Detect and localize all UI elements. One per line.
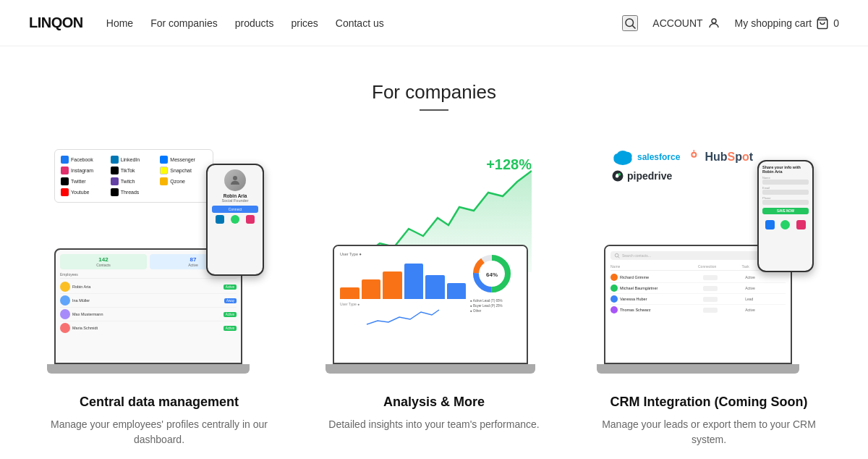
account-label: ACCOUNT (652, 17, 702, 29)
nav-contact[interactable]: Contact us (336, 17, 384, 29)
card3-image: salesforce HubSpot (586, 146, 832, 377)
card2-image: +128% User Type ● (311, 146, 557, 377)
nav-for-companies[interactable]: For companies (150, 17, 218, 29)
nav-home[interactable]: Home (106, 17, 133, 29)
svg-point-19 (615, 253, 618, 257)
cards-container: Facebook LinkedIn Messenger Instagram Ti… (29, 146, 839, 447)
svg-point-13 (617, 151, 629, 160)
svg-point-0 (626, 19, 634, 27)
search-button[interactable] (622, 15, 638, 31)
growth-percent: +128% (486, 156, 532, 173)
svg-point-15 (693, 153, 696, 156)
card1-desc: Manage your employees' profiles centrall… (36, 417, 282, 447)
navbar-right: ACCOUNT My shopping cart 0 (622, 15, 839, 31)
svg-point-4 (233, 176, 237, 180)
svg-point-18 (618, 173, 621, 176)
card2-title: Analysis & More (383, 395, 485, 410)
svg-line-20 (618, 257, 620, 258)
nav-links: Home For companies products prices Conta… (106, 17, 384, 29)
section-title: For companies (29, 81, 839, 104)
cart-button[interactable]: My shopping cart 0 (735, 17, 839, 30)
card3-desc: Manage your leads or export them to your… (586, 417, 832, 447)
card1-image: Facebook LinkedIn Messenger Instagram Ti… (36, 146, 282, 377)
cart-label: My shopping cart (735, 17, 812, 29)
navbar-left: LINQON Home For companies products price… (29, 14, 384, 31)
section-divider (420, 109, 448, 111)
card2-desc: Detailed insights into your team's perfo… (328, 417, 539, 432)
account-button[interactable]: ACCOUNT (652, 17, 720, 30)
main-content: For companies Facebook LinkedIn Messenge… (0, 46, 868, 459)
card-crm: salesforce HubSpot (586, 146, 832, 447)
nav-products[interactable]: products (235, 17, 274, 29)
svg-line-1 (633, 25, 636, 28)
svg-text:64%: 64% (486, 271, 498, 278)
card3-title: CRM Integration (Coming Soon) (610, 395, 808, 410)
cart-count: 0 (833, 17, 839, 29)
nav-prices[interactable]: prices (291, 17, 318, 29)
svg-point-2 (712, 19, 716, 23)
navbar: LINQON Home For companies products price… (0, 0, 868, 46)
card-central-data: Facebook LinkedIn Messenger Instagram Ti… (36, 146, 282, 447)
brand-logo[interactable]: LINQON (29, 14, 83, 31)
card-analysis: +128% User Type ● (311, 146, 557, 447)
card1-title: Central data management (80, 395, 239, 410)
